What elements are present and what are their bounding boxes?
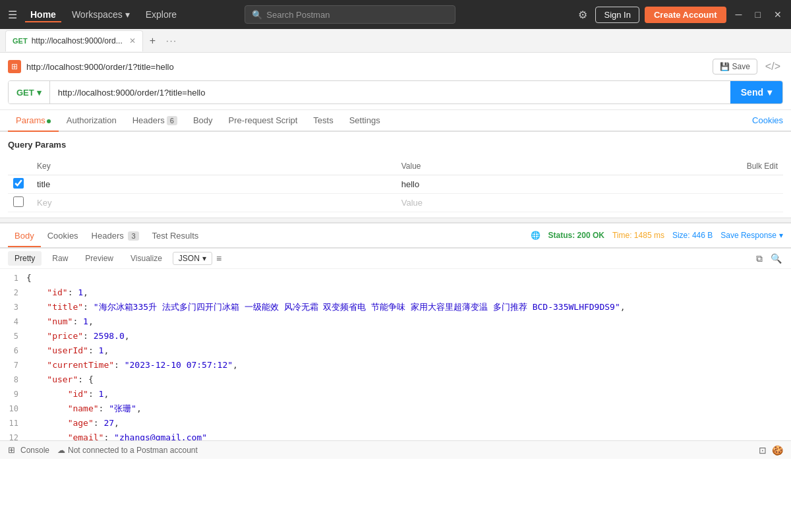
format-selector[interactable]: JSON ▾ [173,252,212,265]
status-bar: ⊞ Console ☁ Not connected to a Postman a… [0,440,791,459]
status-bar-right: ⊡ 🍪 [759,445,783,456]
collection-icon: ⊞ [8,60,21,73]
url-input[interactable] [50,81,730,103]
response-time: Time: 1485 ms [612,231,664,240]
save-response-button[interactable]: Save Response ▾ [720,231,783,240]
new-tab-button[interactable]: + [144,32,161,49]
table-row: title hello [8,175,783,194]
code-line-7: 7 "currentTime": "2023-12-10 07:57:12", [0,359,791,373]
globe-icon: 🌐 [531,231,541,240]
pretty-view-button[interactable]: Pretty [8,251,42,266]
query-params-section: Query Params Key Value Bulk Edit title h… [0,132,791,218]
workspaces-label: Workspaces [72,9,123,20]
tab-headers[interactable]: Headers6 [125,110,185,132]
top-navigation: ☰ Home Workspaces ▾ Explore 🔍 ⚙ Sign In … [0,0,791,29]
search-input[interactable] [266,10,448,20]
response-tab-body[interactable]: Body [8,225,41,247]
param-1-value[interactable]: hello [396,175,564,194]
tab-params[interactable]: Params [8,110,59,132]
hamburger-menu-icon[interactable]: ☰ [5,6,20,24]
request-tab-active[interactable]: GET http://localhost:9000/ord... ✕ [5,30,143,51]
response-status: Status: 200 OK [548,231,604,240]
console-button[interactable]: Console [20,446,49,455]
code-line-9: 9 "id": 1, [0,388,791,402]
status-icon-grid: ⊞ [8,445,15,455]
search-icon: 🔍 [252,10,262,20]
code-line-1: 1 { [0,272,791,286]
cloud-icon: ☁ [57,446,65,455]
save-button[interactable]: 💾 Save [713,59,757,74]
create-account-button[interactable]: Create Account [645,7,726,23]
search-code-button[interactable]: 🔍 [769,252,783,266]
response-tab-test-results[interactable]: Test Results [146,225,206,247]
response-panel: Body Cookies Headers 3 Test Results 🌐 St… [0,223,791,440]
cookies-button[interactable]: Cookies [752,115,783,125]
param-empty-key[interactable]: Key [32,194,396,212]
param-empty-checkbox-cell[interactable] [8,194,32,212]
response-size: Size: 446 B [672,231,713,240]
send-button[interactable]: Send ▾ [730,81,782,103]
maximize-icon[interactable]: □ [751,7,765,22]
cookies-icon[interactable]: 🍪 [772,445,783,456]
copy-code-button[interactable]: ⧉ [755,252,764,266]
bulk-edit-header[interactable]: Bulk Edit [564,158,783,175]
nav-right-actions: ⚙ Sign In Create Account ─ □ ✕ [575,6,785,24]
code-line-6: 6 "userId": 1, [0,344,791,359]
tab-body[interactable]: Body [185,110,221,132]
tab-authorization[interactable]: Authorization [59,110,125,132]
workspaces-chevron-icon: ▾ [125,9,130,20]
format-chevron-icon: ▾ [202,254,206,263]
close-icon[interactable]: ✕ [770,7,786,22]
code-view-icon[interactable]: </> [763,58,783,75]
raw-view-button[interactable]: Raw [45,251,74,266]
code-action-icons: ⧉ 🔍 [755,252,783,266]
code-line-10: 10 "name": "张珊", [0,402,791,417]
code-line-12: 12 "email": "zhangs@gmail.com" [0,431,791,440]
tab-tests[interactable]: Tests [305,110,341,132]
workspaces-nav-item[interactable]: Workspaces ▾ [67,7,135,22]
method-selector[interactable]: GET ▾ [9,81,50,103]
sign-in-button[interactable]: Sign In [595,7,639,23]
request-url-display: http://localhost:9000/order/1?title=hell… [26,62,174,72]
save-icon: 💾 [720,62,730,71]
minimize-icon[interactable]: ─ [732,7,746,22]
grid-icon: ⊞ [11,62,18,71]
explore-nav-item[interactable]: Explore [140,7,182,22]
response-tab-cookies[interactable]: Cookies [41,225,85,247]
settings-gear-icon[interactable]: ⚙ [575,6,590,24]
send-chevron-icon: ▾ [767,87,772,98]
more-tabs-icon[interactable]: ··· [161,33,183,48]
request-panel: ⊞ http://localhost:9000/order/1?title=he… [0,53,791,110]
layout-icon[interactable]: ⊡ [759,445,767,456]
param-2-actions [564,194,783,212]
params-table: Key Value Bulk Edit title hello Key Valu… [8,158,783,212]
url-bar: GET ▾ Send ▾ [8,80,783,104]
param-2-checkbox[interactable] [13,196,24,207]
response-meta: 🌐 Status: 200 OK Time: 1485 ms Size: 446… [531,231,783,240]
save-response-chevron-icon: ▾ [779,231,783,240]
home-nav-item[interactable]: Home [25,7,61,22]
response-tab-headers[interactable]: Headers 3 [85,225,146,247]
tab-settings[interactable]: Settings [341,110,388,132]
query-params-title: Query Params [8,137,783,152]
filter-icon[interactable]: ≡ [216,253,221,264]
panel-divider [0,218,791,223]
code-line-3: 3 "title": "海尔冰箱335升 法式多门四开门冰箱 一级能效 风冷无霜… [0,301,791,315]
preview-view-button[interactable]: Preview [78,251,120,266]
param-empty-value[interactable]: Value [396,194,564,212]
tab-pre-request[interactable]: Pre-request Script [221,110,306,132]
method-badge: GET [13,37,28,45]
param-1-key[interactable]: title [32,175,396,194]
request-tab-bar: GET http://localhost:9000/ord... ✕ + ··· [0,29,791,53]
search-bar[interactable]: 🔍 [245,5,455,24]
tab-close-icon[interactable]: ✕ [129,36,136,45]
code-format-toolbar: Pretty Raw Preview Visualize JSON ▾ ≡ ⧉ … [0,249,791,269]
response-code-area[interactable]: 1 { 2 "id": 1, 3 "title": "海尔冰箱335升 法式多门… [0,269,791,440]
tab-url-short: http://localhost:9000/ord... [32,36,123,45]
param-checkbox-cell[interactable] [8,175,32,194]
value-col-header: Value [396,158,564,175]
param-1-checkbox[interactable] [13,178,24,189]
headers-count-badge: 6 [167,116,177,125]
visualize-view-button[interactable]: Visualize [124,251,169,266]
code-line-11: 11 "age": 27, [0,417,791,431]
